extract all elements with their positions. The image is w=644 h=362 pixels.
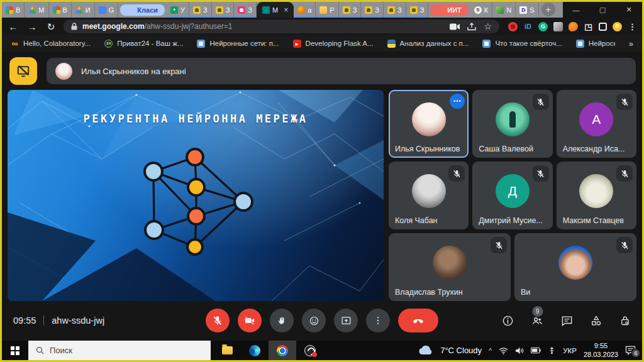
battery-icon[interactable]: [531, 347, 541, 354]
Илья Скрынников[interactable]: Илья Скрынников •••: [389, 90, 469, 158]
host-controls-button[interactable]: [619, 315, 631, 327]
browser-tab[interactable]: З: [189, 2, 212, 18]
start-button[interactable]: [2, 341, 28, 360]
meeting-details-button[interactable]: [502, 315, 514, 327]
new-tab-button[interactable]: +: [541, 3, 555, 16]
browser-tab[interactable]: N: [492, 2, 516, 18]
mic-off-button[interactable]: [206, 309, 230, 332]
clock-text: 09:55: [13, 315, 36, 326]
tab-favicon-icon: [28, 6, 36, 14]
activities-button[interactable]: [590, 315, 602, 327]
leave-call-button[interactable]: [398, 309, 438, 332]
present-now-button[interactable]: [334, 309, 358, 332]
bookmark-label: Developing Flask A...: [306, 40, 374, 47]
close-icon[interactable]: ✕: [616, 2, 642, 18]
file-explorer-button[interactable]: [213, 341, 241, 360]
mic-muted-icon: [448, 165, 465, 182]
tab-favicon-icon: [262, 6, 270, 14]
minimize-icon[interactable]: —: [563, 2, 589, 18]
extension-icon[interactable]: [584, 22, 593, 31]
bookmark-label: Hello, Colaboratory...: [23, 40, 91, 47]
language-indicator[interactable]: УКР: [563, 347, 577, 354]
more-options-button[interactable]: [366, 309, 390, 332]
browser-tab[interactable]: З: [361, 2, 384, 18]
bookmark-item[interactable]: Что такое свёрточ...: [482, 40, 562, 48]
notification-center-button[interactable]: 6: [625, 346, 636, 355]
extension-icon[interactable]: [523, 22, 533, 31]
tile-more-options-icon[interactable]: •••: [450, 94, 465, 109]
usb-device-icon[interactable]: [548, 346, 556, 354]
weather-text[interactable]: 7°C Cloudy: [440, 346, 482, 355]
browser-tab[interactable]: З: [212, 2, 235, 18]
shared-screen-tile[interactable]: РЕКУРЕНТНА НЕЙРОННА МЕРЕЖА: [8, 90, 384, 301]
extension-icon[interactable]: [613, 22, 622, 31]
Саша Валевой[interactable]: Саша Валевой •••: [472, 90, 552, 158]
bookmark-item[interactable]: Hello, Colaboratory...: [11, 40, 91, 48]
Александр Иса...[interactable]: A Александр Иса... •••: [557, 90, 636, 158]
tab-label: Р: [330, 6, 334, 14]
forward-icon[interactable]: →: [26, 22, 38, 31]
browser-tab[interactable]: G: [95, 2, 119, 18]
extension-icon[interactable]: [538, 22, 548, 31]
extension-toolbar: [508, 22, 637, 31]
reload-icon[interactable]: ↻: [45, 22, 57, 31]
browser-tab[interactable]: М: [257, 2, 294, 18]
extension-icon[interactable]: [628, 22, 637, 31]
bookmark-item[interactable]: Developing Flask A...: [293, 40, 374, 48]
chrome-button[interactable]: [269, 341, 296, 360]
bookmark-item[interactable]: Нейронные сети: п...: [197, 40, 279, 48]
browser-tab[interactable]: В: [2, 2, 25, 18]
browser-tab[interactable]: В: [49, 2, 72, 18]
browser-tab[interactable]: У: [167, 2, 189, 18]
browser-tab[interactable]: Класи: [120, 4, 165, 16]
browser-tab[interactable]: И: [72, 2, 95, 18]
browser-tab[interactable]: S: [516, 2, 538, 18]
bookmark-item[interactable]: Приват24 - Ваш ж...: [104, 40, 183, 48]
hidden-icons-chevron-icon[interactable]: ^: [489, 347, 492, 354]
back-icon[interactable]: ←: [7, 22, 19, 31]
extension-icon[interactable]: [569, 22, 578, 31]
volume-icon[interactable]: [515, 347, 524, 354]
browser-tab[interactable]: ИИТ: [430, 4, 469, 16]
taskbar-search-input[interactable]: Поиск: [28, 341, 211, 360]
meet-stage: РЕКУРЕНТНА НЕЙРОННА МЕРЕЖА Илья Скрынник…: [2, 90, 642, 301]
people-panel-button[interactable]: 9: [531, 315, 544, 327]
bookmark-star-icon[interactable]: ☆: [484, 21, 492, 31]
camera-in-use-icon[interactable]: [450, 23, 460, 30]
Дмитрий Мусие...[interactable]: Д Дмитрий Мусие... •••: [472, 162, 552, 229]
browser-tab[interactable]: Р: [316, 2, 338, 18]
Коля Чабан[interactable]: Коля Чабан •••: [389, 162, 469, 229]
extension-icon[interactable]: [553, 22, 563, 31]
chat-panel-button[interactable]: [561, 315, 573, 327]
raise-hand-button[interactable]: [270, 309, 294, 332]
clock-date[interactable]: 9:55 28.03.2023: [584, 342, 618, 359]
bookmark-item[interactable]: Нейросети для чай...: [576, 40, 615, 48]
stop-presenting-button[interactable]: [9, 57, 37, 85]
browser-tab[interactable]: З: [384, 2, 406, 18]
browser-tab[interactable]: З: [406, 2, 429, 18]
browser-tab[interactable]: З: [339, 2, 362, 18]
browser-tab[interactable]: a: [294, 2, 316, 18]
extension-icon[interactable]: [508, 22, 518, 31]
browser-tab[interactable]: К: [470, 2, 492, 18]
maximize-icon[interactable]: ▢: [589, 2, 616, 18]
Ви[interactable]: Ви •••: [514, 233, 636, 301]
wifi-icon[interactable]: [499, 347, 508, 354]
browser-tab[interactable]: З: [234, 2, 257, 18]
url-bar[interactable]: meet.google.com/ahw-ssdu-jwj?authuser=1 …: [64, 19, 499, 33]
obs-recording-icon: [304, 345, 316, 356]
share-icon[interactable]: [467, 23, 476, 31]
camera-off-button[interactable]: [238, 309, 262, 332]
tab-label: З: [203, 6, 208, 14]
bookmarks-overflow-chevron-icon[interactable]: »: [629, 39, 633, 48]
extension-icon[interactable]: [599, 23, 607, 31]
edge-button[interactable]: [241, 341, 269, 360]
url-host: meet.google.com: [82, 22, 145, 31]
Владислав Трухин[interactable]: Владислав Трухин •••: [389, 233, 511, 301]
reactions-button[interactable]: [302, 309, 326, 332]
bookmark-item[interactable]: Анализ данных с п...: [387, 40, 469, 48]
obs-button[interactable]: [296, 341, 324, 360]
avatar-letter: Д: [508, 184, 517, 199]
browser-tab[interactable]: М: [25, 2, 48, 18]
Максим Ставцев[interactable]: Максим Ставцев •••: [557, 162, 636, 229]
